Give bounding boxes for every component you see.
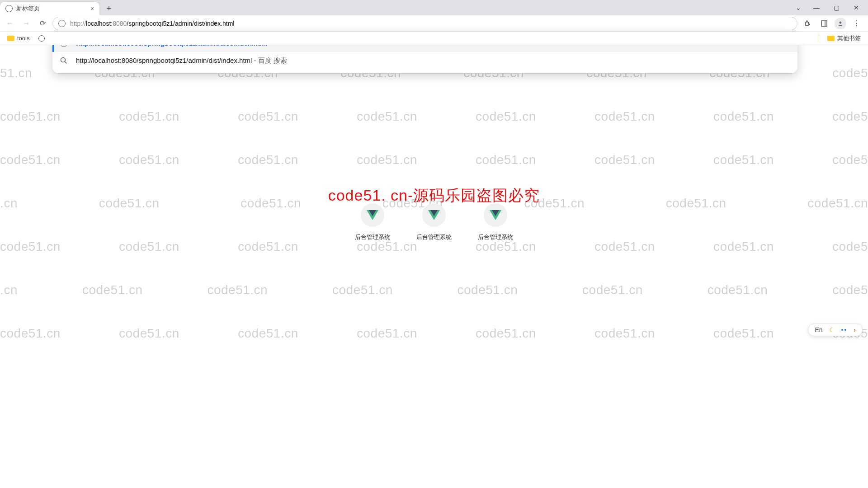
- bookmark-item[interactable]: [36, 34, 47, 43]
- moon-icon: ☾: [829, 326, 835, 333]
- shortcut-label: 后台管理系统: [416, 233, 452, 241]
- shortcut-label: 后台管理系统: [355, 233, 390, 241]
- separator: [818, 34, 818, 42]
- watermark-banner: code51. cn-源码乐园盗图必究: [328, 185, 540, 206]
- reload-button[interactable]: ⟳: [36, 17, 49, 30]
- svg-point-5: [840, 21, 842, 23]
- minimize-button[interactable]: —: [807, 1, 826, 14]
- shortcut-item[interactable]: 后台管理系统: [413, 203, 455, 241]
- browser-toolbar: ← → ⟳ http://localhost:8080/springbootqi…: [0, 15, 868, 32]
- bookmark-folder-tools[interactable]: tools: [5, 33, 32, 43]
- svg-point-0: [7, 7, 11, 10]
- page-content: code51. cn-源码乐园盗图必究 后台管理系统 后台管理系统 后台管理系统…: [0, 45, 868, 488]
- tab-search-icon[interactable]: ⌄: [790, 0, 807, 15]
- bookmark-folder-other[interactable]: 其他书签: [825, 33, 863, 44]
- globe-icon: [38, 35, 45, 42]
- window-controls: — ▢ ✕: [807, 0, 868, 15]
- shortcut-label: 后台管理系统: [478, 233, 513, 241]
- browser-titlebar: 新标签页 × + ⌄ — ▢ ✕: [0, 0, 868, 15]
- more-icon: ••: [841, 326, 848, 333]
- address-url: http://localhost:8080/springbootqi5z1/ad…: [70, 20, 792, 27]
- svg-line-2: [65, 61, 66, 63]
- vue-icon: [367, 210, 378, 220]
- menu-button[interactable]: ⋮: [850, 17, 863, 30]
- shortcut-item[interactable]: 后台管理系统: [352, 203, 393, 241]
- omnibox-wrapper: http://localhost:8080/springbootqi5z1/ad…: [52, 17, 797, 30]
- profile-button[interactable]: [834, 17, 847, 30]
- shortcut-icon-circle: [484, 203, 507, 227]
- ime-lang-label: En: [815, 326, 822, 333]
- folder-icon: [827, 36, 835, 41]
- new-tab-button[interactable]: +: [102, 2, 116, 15]
- shortcut-row: 后台管理系统 后台管理系统 后台管理系统: [352, 203, 516, 241]
- folder-icon: [7, 36, 14, 41]
- tab-title: 新标签页: [16, 5, 87, 13]
- suggestion-text: http://localhost:8080/springbootqi5z1/ad…: [76, 56, 287, 65]
- address-bar[interactable]: http://localhost:8080/springbootqi5z1/ad…: [52, 17, 797, 30]
- vue-icon: [490, 210, 501, 220]
- shortcut-icon-circle: [361, 203, 384, 227]
- shortcut-icon-circle: [422, 203, 446, 227]
- chevron-right-icon: ›: [854, 326, 856, 333]
- bookmark-label: 其他书签: [837, 34, 861, 42]
- svg-rect-3: [821, 21, 827, 26]
- globe-icon: [5, 5, 13, 12]
- suggestion-row[interactable]: http://localhost:8080/springbootqi5z1/ad…: [52, 52, 797, 70]
- extensions-icon[interactable]: [801, 17, 815, 30]
- maximize-button[interactable]: ▢: [826, 1, 846, 14]
- bookmarks-bar: tools 其他书签: [0, 32, 868, 45]
- forward-button[interactable]: →: [20, 17, 33, 30]
- back-button[interactable]: ←: [4, 17, 16, 30]
- site-info-icon[interactable]: [58, 20, 66, 27]
- bookmark-label: tools: [17, 35, 29, 42]
- browser-tab[interactable]: 新标签页 ×: [0, 2, 99, 15]
- close-window-button[interactable]: ✕: [846, 1, 866, 14]
- sidepanel-icon[interactable]: [817, 17, 831, 30]
- search-icon: [60, 56, 68, 65]
- avatar-icon: [835, 18, 846, 29]
- shortcut-item[interactable]: 后台管理系统: [475, 203, 516, 241]
- close-tab-icon[interactable]: ×: [90, 5, 94, 12]
- ime-indicator[interactable]: En ☾ •• ›: [808, 324, 863, 336]
- toolbar-right: ⋮: [801, 17, 864, 30]
- vue-icon: [428, 210, 440, 220]
